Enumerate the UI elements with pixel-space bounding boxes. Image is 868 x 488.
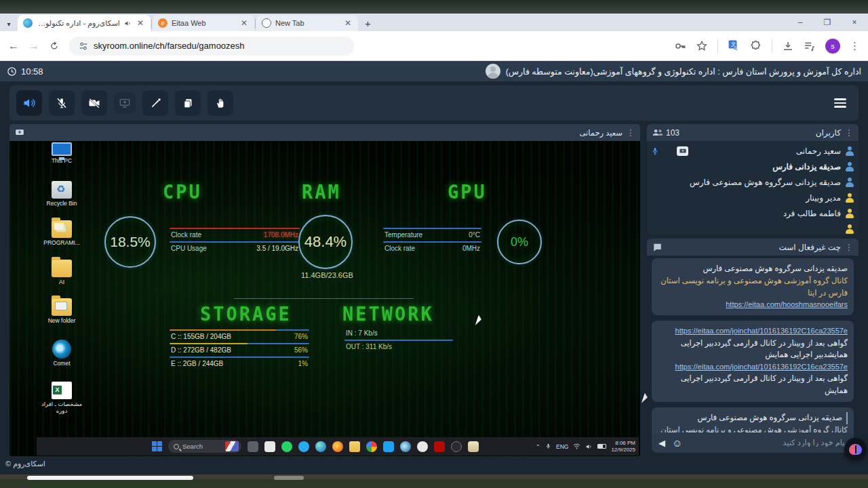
- raise-hand-button[interactable]: [208, 90, 233, 116]
- browser-menu-icon[interactable]: ⋮: [850, 40, 860, 52]
- tab-eitaa[interactable]: e Eitaa Web ✕: [153, 15, 254, 31]
- taskbar-search[interactable]: Search: [168, 440, 241, 453]
- message-link[interactable]: https://eitaa.com/joinchat/1016136192C16…: [658, 361, 848, 373]
- password-key-icon[interactable]: [674, 40, 686, 52]
- speaker-button[interactable]: [16, 90, 42, 116]
- desktop-icon-comet[interactable]: Comet: [39, 340, 84, 367]
- reading-list-icon[interactable]: [804, 40, 816, 52]
- minimize-button[interactable]: –: [787, 18, 814, 27]
- list-item[interactable]: صدیقه یزدانی فارس: [651, 159, 854, 174]
- chrome-icon[interactable]: [366, 441, 377, 452]
- store-icon[interactable]: [264, 441, 275, 452]
- desktop-icon-excel[interactable]: مشخصات ـ افراد دوره: [39, 382, 84, 414]
- folder-icon: [52, 220, 72, 238]
- extensions-puzzle-icon[interactable]: [750, 40, 762, 52]
- back-icon[interactable]: ←: [8, 40, 19, 52]
- desktop-icon-new-folder[interactable]: New folder: [39, 298, 84, 324]
- cpu-title: CPU: [163, 181, 202, 203]
- tab-close-icon[interactable]: ✕: [136, 18, 145, 28]
- send-icon[interactable]: ◀: [658, 438, 665, 448]
- menu-hamburger-icon[interactable]: [834, 98, 852, 108]
- microphone-muted-button[interactable]: [49, 90, 75, 116]
- translate-icon[interactable]: 文: [728, 39, 741, 52]
- taskbar-clock[interactable]: 8:06 PM 12/9/2025: [611, 440, 635, 453]
- whiteboard-button[interactable]: [142, 90, 168, 116]
- tab-newtab[interactable]: New Tab ✕: [256, 15, 358, 31]
- user-name: سعید رحمانی: [796, 146, 841, 156]
- profile-avatar[interactable]: s: [825, 39, 840, 54]
- desktop-icon-this-pc[interactable]: This PC: [39, 142, 84, 164]
- close-button[interactable]: ×: [841, 18, 868, 27]
- files-button[interactable]: [175, 90, 201, 116]
- stat-label: Temperature: [384, 231, 422, 239]
- maximize-button[interactable]: ❐: [814, 18, 841, 27]
- stat-label: C :: 155GB / 204GB: [171, 333, 231, 340]
- acrobat-icon[interactable]: [434, 441, 445, 452]
- search-icon: [174, 444, 179, 449]
- list-item[interactable]: فاطمه طالب فرد: [651, 205, 854, 221]
- user-person-icon: [845, 162, 854, 171]
- url-text[interactable]: skyroom.online/ch/farsedu/gamoozesh: [94, 41, 245, 51]
- bookmark-star-icon[interactable]: [696, 40, 708, 52]
- video-options-icon[interactable]: ⋮: [627, 128, 635, 138]
- user-sharing-badge[interactable]: [677, 146, 688, 156]
- twitter-icon[interactable]: [383, 441, 394, 452]
- start-button-icon[interactable]: [152, 441, 162, 451]
- list-item-partial[interactable]: [651, 221, 854, 235]
- skyroom-footer-brand: اسکای‌روم ©: [5, 460, 45, 468]
- tray-mic-icon[interactable]: [545, 443, 551, 450]
- chat-options-icon[interactable]: ⋮: [845, 243, 853, 252]
- chatgpt-icon[interactable]: [417, 441, 428, 452]
- list-item[interactable]: مدیر وبینار: [651, 190, 854, 205]
- chat-panel-title: چت غیرفعال است: [779, 243, 841, 252]
- camera-muted-icon: [88, 97, 100, 109]
- cpu-usage-value: 18.5%: [110, 234, 151, 250]
- chat-message-input[interactable]: [689, 439, 847, 447]
- tab-search-chevron-icon[interactable]: ▾: [0, 16, 18, 31]
- message-link[interactable]: https://eitaa.com/hooshmasnooeifars: [658, 299, 848, 310]
- language-indicator[interactable]: ENG: [556, 443, 568, 450]
- battery-icon[interactable]: [597, 444, 606, 449]
- new-tab-button[interactable]: +: [358, 18, 378, 31]
- desktop-icon-ai[interactable]: AI: [39, 260, 84, 285]
- comet-taskbar-icon[interactable]: [400, 441, 411, 452]
- list-item[interactable]: سعید رحمانی: [651, 143, 854, 159]
- layers-app-icon[interactable]: [468, 441, 479, 452]
- tab-skyroom[interactable]: اسکای‌روم - اداره تکنولوژی و ✕: [18, 15, 151, 31]
- firefox-icon[interactable]: [332, 441, 343, 452]
- tab-divider: [255, 19, 256, 28]
- forward-icon[interactable]: →: [28, 40, 39, 52]
- emoji-icon[interactable]: ☺: [672, 437, 682, 449]
- tab-close-icon[interactable]: ✕: [239, 18, 249, 28]
- site-info-icon[interactable]: [79, 41, 88, 51]
- url-field[interactable]: skyroom.online/ch/farsedu/gamoozesh: [69, 37, 354, 56]
- camera-muted-button[interactable]: [81, 90, 107, 116]
- globe-favicon: [262, 18, 271, 28]
- user-share-icon: [679, 148, 686, 154]
- wifi-icon[interactable]: [573, 443, 580, 449]
- taskbar-date: 12/9/2025: [611, 447, 635, 453]
- media-player-icon[interactable]: [451, 441, 462, 452]
- message-link[interactable]: https://eitaa.com/joinchat/1016136192C16…: [658, 325, 848, 337]
- taskbar-time: 8:06 PM: [611, 440, 635, 447]
- edge-icon[interactable]: [315, 441, 326, 452]
- file-explorer-icon[interactable]: [349, 441, 360, 452]
- users-options-icon[interactable]: ⋮: [845, 128, 853, 138]
- desktop-icon-programi[interactable]: PROGRAMI...: [39, 220, 84, 246]
- tab-close-icon[interactable]: ✕: [343, 18, 353, 28]
- downloads-icon[interactable]: [782, 40, 794, 52]
- app-header: 10:58 اداره کل آموزش و پرورش استان فارس …: [0, 61, 868, 81]
- user-mic-on-icon[interactable]: [651, 146, 659, 156]
- whatsapp-icon[interactable]: [281, 441, 292, 452]
- volume-icon[interactable]: [585, 443, 593, 450]
- telegram-icon[interactable]: [298, 441, 309, 452]
- brain-extension-button[interactable]: [844, 438, 867, 460]
- list-item[interactable]: صدیقه یزدانی سرگروه هوش مصنوعی فارس: [651, 174, 854, 190]
- desktop-icon-recycle-bin[interactable]: Recycle Bin: [39, 181, 84, 207]
- reload-icon[interactable]: [49, 41, 60, 52]
- task-view-icon[interactable]: [248, 441, 258, 452]
- screen-share-button[interactable]: [114, 92, 136, 114]
- chat-message: https://eitaa.com/joinchat/1016136192C16…: [652, 321, 854, 401]
- tab-audio-icon[interactable]: [124, 20, 132, 27]
- tray-expand-icon[interactable]: ⌃: [536, 443, 540, 450]
